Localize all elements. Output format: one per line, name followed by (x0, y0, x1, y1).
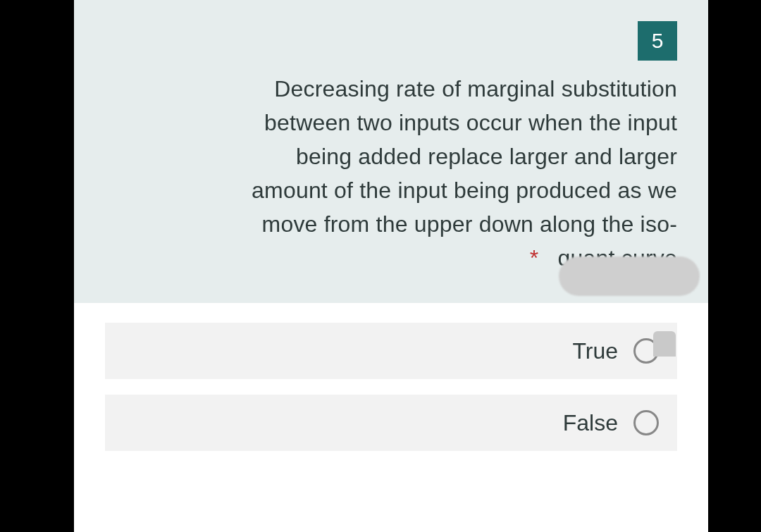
question-number: 5 (652, 29, 664, 53)
scrollbar-hint (653, 331, 676, 357)
radio-icon[interactable] (633, 410, 659, 435)
option-label: True (572, 338, 618, 364)
option-label: False (563, 410, 618, 436)
option-true[interactable]: True (105, 323, 677, 379)
question-number-badge: 5 (638, 21, 677, 61)
options-area: True False (74, 303, 708, 474)
option-false[interactable]: False (105, 395, 677, 451)
redaction-smudge (559, 256, 700, 296)
required-marker: * (530, 245, 539, 271)
question-text: Decreasing rate of marginal substitution… (105, 72, 677, 275)
quiz-content: 5 Decreasing rate of marginal substituti… (74, 0, 708, 532)
question-card: 5 Decreasing rate of marginal substituti… (74, 0, 708, 303)
